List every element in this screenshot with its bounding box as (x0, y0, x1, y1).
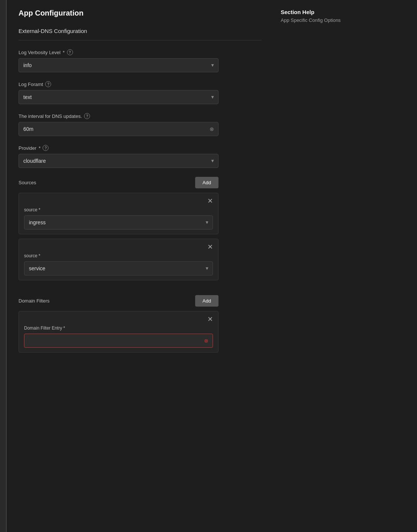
domain-filters-add-button[interactable]: Add (195, 295, 218, 307)
section-help-subtitle: App Specific Config Options (281, 17, 370, 23)
domain-filters-label: Domain Filters (19, 298, 50, 304)
source-item-1-select-wrapper: ingress service crd istio-gateway ▼ (24, 215, 213, 229)
source-item-2-close-button[interactable]: ✕ (207, 244, 213, 250)
log-format-select-wrapper: text json ▼ (19, 90, 218, 104)
source-item-1: ✕ source * ingress service crd istio-gat… (19, 193, 218, 234)
source-item-1-select[interactable]: ingress service crd istio-gateway (24, 215, 213, 229)
section-help-title: Section Help (281, 9, 370, 15)
domain-filter-item-1: ✕ Domain Filter Entry * ⊗ (19, 311, 218, 353)
source-item-1-close-button[interactable]: ✕ (207, 198, 213, 204)
domain-filter-item-1-input[interactable] (24, 334, 213, 348)
source-item-2-select[interactable]: ingress service crd istio-gateway (24, 261, 213, 275)
domain-filters-section: Domain Filters Add ✕ Domain Filter Entry… (19, 295, 261, 353)
log-verbosity-help-icon[interactable]: ? (67, 49, 73, 55)
log-verbosity-field-group: Log Verbosity Level * ? info debug warni… (19, 49, 261, 72)
domain-filter-item-1-input-wrapper: ⊗ (24, 334, 213, 348)
dns-interval-clear-icon[interactable]: ⊗ (209, 126, 215, 132)
source-item-1-header: ✕ (24, 198, 213, 204)
provider-help-icon[interactable]: ? (43, 145, 49, 151)
dns-interval-input-wrapper: ⊗ (19, 122, 218, 136)
right-panel: Section Help App Specific Config Options (273, 0, 377, 532)
page-wrapper: App Configuration External-DNS Configura… (0, 0, 417, 532)
main-content: App Configuration External-DNS Configura… (7, 0, 273, 532)
dns-interval-field-group: The interval for DNS updates. ? ⊗ (19, 113, 261, 136)
source-item-2: ✕ source * ingress service crd istio-gat… (19, 239, 218, 280)
source-item-2-field-label: source * (24, 253, 213, 258)
log-format-label: Log Foramt ? (19, 81, 261, 87)
domain-filter-item-1-close-button[interactable]: ✕ (207, 316, 213, 323)
sources-section: Sources Add ✕ source * ingress service c… (19, 177, 261, 280)
section-title: External-DNS Configuration (19, 28, 261, 40)
log-format-select[interactable]: text json (19, 90, 218, 104)
left-border (0, 0, 7, 532)
log-format-help-icon[interactable]: ? (45, 81, 51, 87)
provider-label: Provider * ? (19, 145, 261, 151)
dns-interval-label: The interval for DNS updates. ? (19, 113, 261, 119)
domain-filter-item-1-header: ✕ (24, 316, 213, 323)
provider-required: * (39, 145, 40, 151)
domain-filters-header: Domain Filters Add (19, 295, 218, 307)
sources-label: Sources (19, 180, 36, 185)
domain-filter-item-1-field-label: Domain Filter Entry * (24, 326, 213, 331)
log-verbosity-select-wrapper: info debug warning error ▼ (19, 58, 218, 72)
source-item-2-select-wrapper: ingress service crd istio-gateway ▼ (24, 261, 213, 275)
provider-field-group: Provider * ? cloudflare aws azure google… (19, 145, 261, 168)
sources-header: Sources Add (19, 177, 218, 188)
log-format-field-group: Log Foramt ? text json ▼ (19, 81, 261, 104)
source-item-1-field-label: source * (24, 207, 213, 212)
domain-filter-item-1-clear-icon[interactable]: ⊗ (203, 338, 209, 344)
log-verbosity-select[interactable]: info debug warning error (19, 58, 218, 72)
dns-interval-help-icon[interactable]: ? (84, 113, 90, 119)
provider-select-wrapper: cloudflare aws azure google ▼ (19, 154, 218, 168)
source-item-2-header: ✕ (24, 244, 213, 250)
page-title: App Configuration (19, 9, 261, 17)
dns-interval-input[interactable] (19, 122, 218, 136)
log-verbosity-label: Log Verbosity Level * ? (19, 49, 261, 55)
provider-select[interactable]: cloudflare aws azure google (19, 154, 218, 168)
log-verbosity-required: * (63, 50, 64, 55)
sources-add-button[interactable]: Add (195, 177, 218, 188)
